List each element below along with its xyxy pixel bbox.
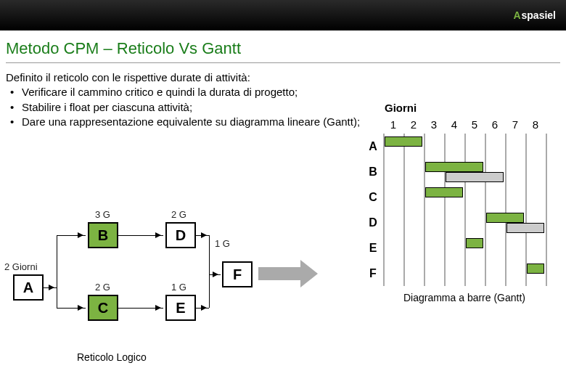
day-3: 3 xyxy=(424,118,444,134)
logo: Aspasiel xyxy=(513,9,556,21)
gantt-row-label: E xyxy=(363,242,383,255)
gantt-row-F: F xyxy=(363,261,559,286)
day-2: 2 xyxy=(403,118,424,134)
gantt-row-cells xyxy=(383,134,546,159)
gantt-row-cells xyxy=(383,159,546,184)
gantt-row-C: C xyxy=(363,184,559,210)
bar-float xyxy=(506,223,544,233)
gantt-title: Giorni xyxy=(385,102,559,114)
label-c-duration: 2 G xyxy=(95,282,110,293)
day-5: 5 xyxy=(464,118,485,134)
gantt-row-cells xyxy=(383,235,546,261)
node-e: E xyxy=(165,295,196,321)
big-arrow-icon xyxy=(258,260,320,287)
network-caption: Reticolo Logico xyxy=(77,351,147,363)
node-a: A xyxy=(13,274,44,301)
gantt-chart: Giorni 1 2 3 4 5 6 7 8 ABCDEF Diagramma … xyxy=(363,102,559,303)
day-6: 6 xyxy=(485,118,505,134)
title-underline xyxy=(6,62,560,63)
edge-d-out xyxy=(196,235,209,236)
edge-b-d xyxy=(118,235,163,236)
gantt-row-B: B xyxy=(363,159,559,184)
bar-critical xyxy=(425,162,483,172)
label-d-duration: 2 G xyxy=(171,209,186,220)
bar-critical xyxy=(385,136,422,147)
gantt-row-cells xyxy=(383,184,546,210)
day-7: 7 xyxy=(505,118,525,134)
gantt-rows: ABCDEF xyxy=(363,134,559,286)
bullet-2: Stabilire i float per ciascuna attività; xyxy=(6,100,364,115)
logo-text: spasiel xyxy=(522,9,556,21)
gantt-row-label: D xyxy=(363,216,383,229)
gantt-row-E: E xyxy=(363,235,559,261)
logo-mark: A xyxy=(513,9,520,21)
bullet-3: Dare una rappresentazione equivalente su… xyxy=(6,115,364,129)
node-b: B xyxy=(88,222,118,248)
day-1: 1 xyxy=(383,118,403,134)
label-e-duration: 1 G xyxy=(171,282,186,293)
app-header: Aspasiel xyxy=(0,0,566,30)
intro-text: Definito il reticolo con le rispettive d… xyxy=(6,70,364,85)
bar-float xyxy=(446,172,504,182)
edge-merge-f xyxy=(209,235,210,308)
page-title: Metodo CPM – Reticolo Vs Gantt xyxy=(0,30,566,61)
gantt-day-header: 1 2 3 4 5 6 7 8 xyxy=(383,118,559,134)
intro-block: Definito il reticolo con le rispettive d… xyxy=(0,70,370,129)
gantt-row-D: D xyxy=(363,210,559,235)
edge-start-a xyxy=(44,287,57,288)
gantt-row-label: B xyxy=(363,166,383,179)
edge-c-e xyxy=(118,308,163,309)
gantt-caption: Diagramma a barre (Gantt) xyxy=(370,292,559,303)
node-c: C xyxy=(88,295,118,321)
network-diagram: 2 Giorni A 3 G B 2 G D 2 G C 1 G E 1 G F… xyxy=(4,203,324,363)
label-b-duration: 3 G xyxy=(95,209,110,220)
edge-to-f xyxy=(209,274,221,275)
gantt-row-label: A xyxy=(363,140,383,153)
gantt-row-cells xyxy=(383,261,546,286)
label-a-duration: 2 Giorni xyxy=(4,261,38,272)
bar-critical xyxy=(527,264,544,274)
edge-a-b xyxy=(57,235,86,236)
gantt-row-label: F xyxy=(363,267,383,280)
edge-a-c xyxy=(57,308,86,309)
gantt-row-A: A xyxy=(363,134,559,159)
day-4: 4 xyxy=(444,118,464,134)
node-f: F xyxy=(222,261,253,287)
gantt-row-cells xyxy=(383,210,546,235)
node-d: D xyxy=(165,222,196,248)
edge-a-split xyxy=(57,235,57,308)
bar-critical xyxy=(486,213,524,223)
bar-critical xyxy=(466,238,483,248)
gantt-row-label: C xyxy=(363,191,383,204)
label-f-duration: 1 G xyxy=(215,238,230,249)
bar-critical xyxy=(425,187,463,197)
gantt-grid: 1 2 3 4 5 6 7 8 ABCDEF xyxy=(363,118,559,286)
bullet-1: Verificare il cammino critico e quindi l… xyxy=(6,85,364,99)
day-8: 8 xyxy=(525,118,546,134)
edge-e-out xyxy=(196,308,209,309)
